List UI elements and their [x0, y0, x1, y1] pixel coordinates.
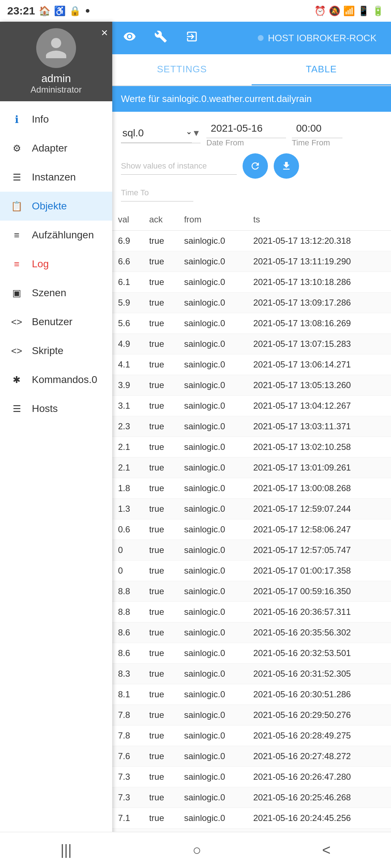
status-time: 23:21 — [7, 5, 35, 17]
cell-ts: 2021-05-17 13:07:15.283 — [248, 334, 391, 354]
cell-from: sainlogic.0 — [178, 313, 247, 334]
tab-settings[interactable]: SETTINGS — [112, 54, 252, 85]
sidebar-item-benutzer[interactable]: <> Benutzer — [0, 307, 112, 336]
host-name: HOST IOBROKER-ROCK — [268, 33, 377, 44]
table-row: 6.9truesainlogic.02021-05-17 13:12:20.31… — [112, 231, 391, 251]
wrench-icon[interactable] — [151, 26, 171, 50]
cell-ts: 2021-05-17 13:05:13.260 — [248, 375, 391, 396]
sidebar-item-log[interactable]: ≡ Log — [0, 250, 112, 278]
time-to-label: Time To — [121, 184, 193, 201]
sidebar-item-label: Objekte — [32, 200, 67, 212]
sidebar-item-objekte[interactable]: 📋 Objekte — [0, 192, 112, 221]
cell-ts: 2021-05-16 20:27:48.272 — [248, 746, 391, 767]
table-row: 6.6truesainlogic.02021-05-17 13:11:19.29… — [112, 251, 391, 272]
cell-ack: true — [143, 767, 178, 787]
cell-val: 7.6 — [112, 746, 143, 767]
cell-val: 5.9 — [112, 293, 143, 313]
sidebar-item-szenen[interactable]: ▣ Szenen — [0, 278, 112, 307]
cell-from: sainlogic.0 — [178, 787, 247, 808]
sidebar-item-info[interactable]: ℹ Info — [0, 105, 112, 134]
cell-val: 5.6 — [112, 313, 143, 334]
cell-from: sainlogic.0 — [178, 231, 247, 251]
table-row: 4.1truesainlogic.02021-05-17 13:06:14.27… — [112, 354, 391, 375]
cell-from: sainlogic.0 — [178, 643, 247, 664]
download-button[interactable] — [274, 153, 299, 179]
cell-from: sainlogic.0 — [178, 251, 247, 272]
instance-select[interactable]: sql.0 — [121, 123, 192, 143]
drawer-menu: ℹ Info ⚙ Adapter ☰ Instanzen 📋 Objekte ≡… — [0, 101, 112, 427]
home-button[interactable]: ○ — [178, 835, 216, 865]
back-button[interactable]: < — [308, 835, 345, 865]
battery-icon: 🔋 — [372, 5, 384, 17]
sidebar-item-label: Log — [32, 258, 49, 270]
cell-val: 3.9 — [112, 375, 143, 396]
status-bar: 23:21 🏠 ♿ 🔒 ⏰ 🔕 📶 📱 🔋 — [0, 0, 391, 22]
date-from-input[interactable]: 2021-05-16 — [206, 119, 286, 138]
cell-from: sainlogic.0 — [178, 664, 247, 684]
tab-bar: SETTINGS TABLE — [112, 54, 391, 86]
tab-table[interactable]: TABLE — [252, 54, 391, 85]
table-row: 5.9truesainlogic.02021-05-17 13:09:17.28… — [112, 293, 391, 313]
instanzen-icon: ☰ — [10, 171, 23, 184]
table-row: 4.9truesainlogic.02021-05-17 13:07:15.28… — [112, 334, 391, 354]
sidebar-item-hosts[interactable]: ☰ Hosts — [0, 394, 112, 423]
aufzaehlungen-icon: ≡ — [10, 229, 23, 242]
objekte-icon: 📋 — [10, 200, 23, 213]
sidebar-item-kommandos[interactable]: ✱ Kommandos.0 — [0, 365, 112, 394]
benutzer-icon: <> — [10, 315, 23, 328]
table-row: 8.8truesainlogic.02021-05-16 20:36:57.31… — [112, 602, 391, 622]
cell-ts: 2021-05-17 13:04:12.267 — [248, 396, 391, 416]
table-row: 8.8truesainlogic.02021-05-17 00:59:16.35… — [112, 581, 391, 602]
table-row: 3.1truesainlogic.02021-05-17 13:04:12.26… — [112, 396, 391, 416]
cell-from: sainlogic.0 — [178, 375, 247, 396]
col-header-from: from — [178, 209, 247, 231]
cell-ts: 2021-05-17 01:00:17.358 — [248, 561, 391, 581]
cell-from: sainlogic.0 — [178, 334, 247, 354]
cell-ack: true — [143, 437, 178, 458]
cell-ts: 2021-05-16 20:36:57.311 — [248, 602, 391, 622]
table-row: 0truesainlogic.02021-05-17 12:57:05.747 — [112, 540, 391, 561]
cell-ts: 2021-05-17 13:06:14.271 — [248, 354, 391, 375]
cell-ts: 2021-05-17 13:01:09.261 — [248, 458, 391, 478]
menu-button[interactable]: ||| — [46, 835, 86, 865]
cell-ts: 2021-05-17 12:58:06.247 — [248, 519, 391, 540]
cell-val: 0.6 — [112, 519, 143, 540]
eye-icon[interactable] — [119, 26, 140, 50]
cell-ts: 2021-05-17 12:59:07.244 — [248, 499, 391, 519]
cell-ack: true — [143, 396, 178, 416]
cell-val: 7.3 — [112, 787, 143, 808]
content-title: Werte für sainlogic.0.weather.current.da… — [121, 93, 312, 104]
mute-icon: 🔕 — [329, 5, 340, 17]
sidebar-item-adapter[interactable]: ⚙ Adapter — [0, 134, 112, 163]
cell-from: sainlogic.0 — [178, 396, 247, 416]
drawer-role: Administrator — [30, 85, 81, 95]
close-icon[interactable]: × — [101, 26, 108, 39]
table-row: 3.9truesainlogic.02021-05-17 13:05:13.26… — [112, 375, 391, 396]
sidebar-item-skripte[interactable]: <> Skripte — [0, 336, 112, 365]
cell-ts: 2021-05-16 20:35:56.302 — [248, 622, 391, 643]
time-from-input[interactable]: 00:00 — [292, 119, 342, 138]
cell-from: sainlogic.0 — [178, 458, 247, 478]
navigation-drawer: × admin Administrator ℹ Info ⚙ Adapter ☰… — [0, 22, 112, 868]
dropdown-arrow-icon: ▼ — [192, 128, 201, 138]
sidebar-item-instanzen[interactable]: ☰ Instanzen — [0, 163, 112, 192]
cell-val: 2.3 — [112, 416, 143, 437]
sidebar-item-aufzaehlungen[interactable]: ≡ Aufzählungen — [0, 221, 112, 250]
cell-val: 1.3 — [112, 499, 143, 519]
cell-ts: 2021-05-16 20:31:52.305 — [248, 664, 391, 684]
cell-ack: true — [143, 622, 178, 643]
cell-from: sainlogic.0 — [178, 437, 247, 458]
show-instance-input[interactable]: Show values of instance — [121, 158, 237, 175]
table-row: 2.1truesainlogic.02021-05-17 13:01:09.26… — [112, 458, 391, 478]
refresh-button[interactable] — [243, 153, 268, 179]
sidebar-item-label: Skripte — [32, 345, 63, 357]
table-row: 7.8truesainlogic.02021-05-16 20:29:50.27… — [112, 705, 391, 726]
login-icon[interactable] — [182, 26, 202, 50]
cell-ack: true — [143, 540, 178, 561]
table-row: 0.6truesainlogic.02021-05-17 12:58:06.24… — [112, 519, 391, 540]
cell-val: 2.1 — [112, 437, 143, 458]
table-row: 8.6truesainlogic.02021-05-16 20:32:53.50… — [112, 643, 391, 664]
cell-val: 4.9 — [112, 334, 143, 354]
cell-ack: true — [143, 272, 178, 293]
filter-row-1: sql.0 ▼ 2021-05-16 Date From 00:00 Time … — [121, 119, 382, 148]
